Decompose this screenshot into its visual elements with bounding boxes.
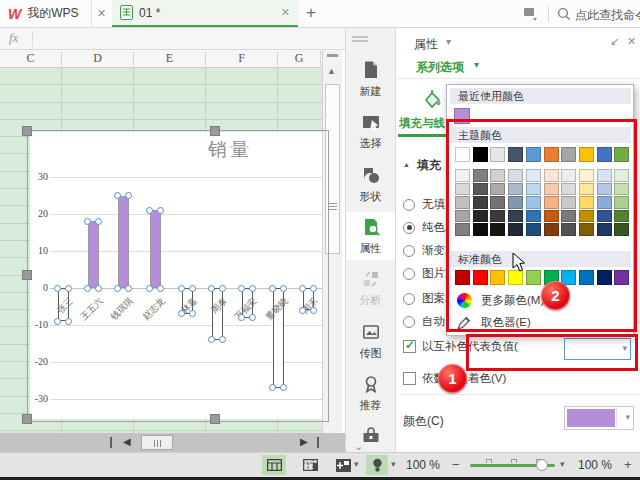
theme-variant-swatch[interactable] — [614, 210, 629, 223]
chart-resize-handle[interactable] — [210, 126, 220, 136]
sidebar-item-recommend[interactable]: 推荐 — [346, 369, 395, 417]
theme-variant-swatch[interactable] — [614, 223, 629, 236]
theme-variant-swatch[interactable] — [526, 210, 541, 223]
theme-color-swatch[interactable] — [508, 147, 523, 162]
bar-selection-handle[interactable] — [269, 285, 276, 292]
theme-variant-swatch[interactable] — [561, 169, 576, 182]
formula-input[interactable] — [36, 30, 340, 48]
theme-variant-swatch[interactable] — [597, 196, 612, 209]
theme-variant-swatch[interactable] — [455, 169, 470, 182]
bar-selection-handle[interactable] — [54, 285, 61, 292]
theme-color-swatch[interactable] — [597, 147, 612, 162]
chart-bar[interactable] — [118, 196, 129, 289]
chart-bar[interactable] — [150, 210, 161, 288]
bar-selection-handle[interactable] — [310, 307, 317, 314]
recent-color-swatch[interactable] — [454, 108, 470, 124]
zoom-out-icon[interactable]: − — [452, 457, 460, 472]
sales-bar-chart[interactable]: 销量 3020100-10-20-30张三王五六钱琪琪赵志龙林嘉周泰万福安董晓晓… — [30, 132, 322, 419]
panel-close-icon[interactable]: ✕ — [627, 35, 636, 48]
theme-variant-swatch[interactable] — [544, 223, 559, 236]
column-header-D[interactable]: D — [62, 51, 134, 66]
close-tab-document-icon[interactable]: ✕ — [281, 6, 290, 19]
bar-selection-handle[interactable] — [208, 285, 215, 292]
chart-resize-handle[interactable] — [22, 270, 32, 280]
scroll-up-icon[interactable]: ▲ — [327, 66, 336, 76]
tab-document-active[interactable]: 01 * ✕ — [112, 0, 298, 27]
theme-variant-swatch[interactable] — [597, 169, 612, 182]
bar-selection-handle[interactable] — [65, 318, 72, 325]
theme-variant-swatch[interactable] — [579, 196, 594, 209]
column-header-C[interactable]: C — [0, 51, 62, 66]
theme-color-swatch[interactable] — [526, 147, 541, 162]
bar-selection-handle[interactable] — [125, 192, 132, 199]
bar-selection-handle[interactable] — [157, 207, 164, 214]
theme-color-swatch[interactable] — [544, 147, 559, 162]
series-color-dropdown-icon[interactable]: ▾ — [625, 412, 630, 422]
chart-resize-handle[interactable] — [210, 414, 220, 424]
theme-variant-swatch[interactable] — [473, 183, 488, 196]
bar-selection-handle[interactable] — [65, 285, 72, 292]
bar-selection-handle[interactable] — [125, 285, 132, 292]
column-header-G[interactable]: G — [278, 51, 321, 66]
radio-icon[interactable] — [403, 199, 415, 211]
theme-variant-swatch[interactable] — [455, 223, 470, 236]
bar-selection-handle[interactable] — [238, 285, 245, 292]
theme-variant-swatch[interactable] — [579, 183, 594, 196]
theme-variant-swatch[interactable] — [473, 169, 488, 182]
bar-selection-handle[interactable] — [249, 314, 256, 321]
bar-selection-handle[interactable] — [178, 285, 185, 292]
column-header-E[interactable]: E — [134, 51, 206, 66]
search-command-hint[interactable]: 点此查找命令 — [575, 7, 640, 24]
theme-variant-swatch[interactable] — [561, 210, 576, 223]
theme-variant-swatch[interactable] — [614, 169, 629, 182]
theme-variant-swatch[interactable] — [473, 196, 488, 209]
theme-variant-swatch[interactable] — [597, 210, 612, 223]
sidebar-item-new-doc[interactable]: 新建 — [346, 55, 395, 103]
bar-selection-handle[interactable] — [219, 336, 226, 343]
sidebar-item-properties[interactable]: 属性 — [346, 212, 395, 260]
new-tab-button[interactable]: + — [306, 3, 316, 23]
theme-variant-swatch[interactable] — [614, 196, 629, 209]
bar-selection-handle[interactable] — [189, 310, 196, 317]
scroll-left-icon[interactable]: ◀ — [123, 436, 131, 447]
zoom-slider[interactable] — [470, 464, 555, 467]
chart-resize-handle[interactable] — [22, 126, 32, 136]
theme-variant-swatch[interactable] — [579, 210, 594, 223]
theme-variant-swatch[interactable] — [526, 183, 541, 196]
radio-selected-icon[interactable] — [403, 222, 415, 234]
split-dropdown-icon[interactable]: ▾ — [354, 459, 359, 469]
standard-color-swatch[interactable] — [526, 270, 541, 285]
theme-variant-swatch[interactable] — [490, 223, 505, 236]
radio-icon[interactable] — [403, 268, 415, 280]
standard-color-swatch[interactable] — [614, 270, 629, 285]
theme-variant-swatch[interactable] — [455, 196, 470, 209]
theme-variant-swatch[interactable] — [544, 183, 559, 196]
chart-resize-handle[interactable] — [22, 414, 32, 424]
scroll-right-icon[interactable]: ▶ — [300, 436, 308, 447]
theme-variant-swatch[interactable] — [508, 196, 523, 209]
tab-home[interactable]: W 我的WPS — [0, 0, 92, 27]
theme-variant-swatch[interactable] — [508, 183, 523, 196]
theme-variant-swatch[interactable] — [561, 223, 576, 236]
more-colors-item[interactable]: 更多颜色(M)... — [447, 291, 633, 311]
point-color-checkbox[interactable] — [403, 372, 416, 385]
sidebar-item-shapes[interactable]: 形状 — [346, 160, 395, 208]
theme-variant-swatch[interactable] — [597, 223, 612, 236]
theme-variant-swatch[interactable] — [579, 223, 594, 236]
theme-variant-swatch[interactable] — [614, 183, 629, 196]
fill-section-arrow-icon[interactable]: ▲ — [403, 161, 410, 168]
theme-variant-swatch[interactable] — [490, 183, 505, 196]
theme-color-swatch[interactable] — [561, 147, 576, 162]
theme-variant-swatch[interactable] — [561, 196, 576, 209]
scrollbar-thumb-horizontal[interactable] — [141, 435, 173, 450]
bar-selection-handle[interactable] — [249, 285, 256, 292]
bar-selection-handle[interactable] — [84, 285, 91, 292]
theme-variant-swatch[interactable] — [544, 196, 559, 209]
theme-color-swatch[interactable] — [490, 147, 505, 162]
theme-variant-swatch[interactable] — [526, 223, 541, 236]
neg-value-checkbox[interactable]: ✓ — [403, 340, 416, 353]
bar-selection-handle[interactable] — [269, 384, 276, 391]
reading-mode-button[interactable] — [366, 455, 388, 475]
theme-variant-swatch[interactable] — [597, 183, 612, 196]
chart-title[interactable]: 销量 — [160, 137, 300, 163]
